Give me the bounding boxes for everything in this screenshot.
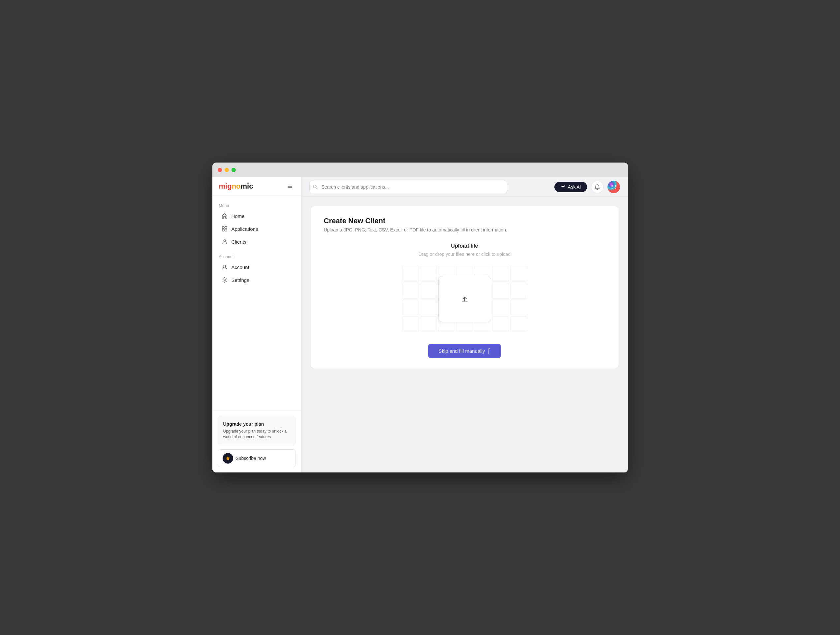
upload-icon	[459, 294, 470, 304]
svg-rect-2	[287, 187, 292, 188]
page-content: Create New Client Upload a JPG, PNG, Tex…	[302, 197, 628, 473]
svg-rect-3	[222, 227, 224, 228]
app-logo: mignomic	[219, 182, 253, 191]
sidebar-item-home[interactable]: Home	[215, 210, 298, 222]
svg-rect-6	[225, 229, 227, 231]
skip-fill-manually-button[interactable]: Skip and fill manually ⎡	[428, 344, 501, 358]
bell-icon	[594, 184, 600, 190]
upload-area-wrapper	[402, 266, 527, 332]
upload-label: Upload file	[451, 243, 478, 249]
ai-sparkle-icon	[561, 184, 565, 189]
create-client-card: Create New Client Upload a JPG, PNG, Tex…	[311, 206, 619, 369]
card-subtitle: Upload a JPG, PNG, Text, CSV, Excel, or …	[324, 227, 606, 232]
ask-ai-button[interactable]: Ask AI	[554, 182, 587, 192]
menu-section-label: Menu	[212, 201, 301, 210]
svg-point-13	[614, 185, 616, 187]
subscribe-icon	[223, 453, 233, 463]
svg-rect-4	[225, 227, 227, 228]
upload-section: Upload file Drag or drop your files here…	[324, 243, 606, 358]
account-icon	[222, 264, 227, 270]
close-button[interactable]	[218, 168, 222, 172]
search-input[interactable]	[309, 181, 507, 193]
subscribe-label: Subscribe now	[236, 455, 266, 461]
minimize-button[interactable]	[224, 168, 229, 172]
topbar-actions: Ask AI	[554, 181, 620, 193]
upgrade-card: Upgrade your plan Upgrade your plan toda…	[218, 416, 296, 446]
upload-box[interactable]	[438, 276, 491, 322]
sidebar-item-clients[interactable]: Clients	[215, 235, 298, 248]
upgrade-title: Upgrade your plan	[223, 421, 290, 427]
subscribe-button[interactable]: Subscribe now	[218, 449, 296, 467]
sidebar-bottom: Upgrade your plan Upgrade your plan toda…	[212, 410, 301, 473]
upgrade-description: Upgrade your plan today to unlock a worl…	[223, 429, 290, 440]
card-title: Create New Client	[324, 217, 606, 225]
svg-point-8	[224, 265, 226, 267]
clients-icon	[222, 239, 227, 245]
home-icon	[222, 213, 227, 219]
app-window: mignomic Menu	[212, 162, 628, 473]
main-layout: mignomic Menu	[212, 177, 628, 473]
svg-point-12	[611, 185, 613, 187]
sidebar-toggle-button[interactable]	[285, 182, 295, 191]
sidebar-item-account[interactable]: Account	[215, 261, 298, 273]
clients-label: Clients	[232, 239, 247, 245]
account-section-label: Account	[212, 252, 301, 260]
svg-point-11	[608, 181, 620, 193]
svg-rect-5	[222, 229, 224, 231]
notification-button[interactable]	[591, 181, 603, 193]
sidebar-header: mignomic	[212, 177, 301, 195]
sidebar-nav: Menu Home	[212, 195, 301, 410]
settings-icon	[222, 277, 227, 283]
search-container	[309, 181, 507, 193]
svg-rect-0	[287, 184, 292, 185]
svg-point-9	[224, 279, 225, 281]
sidebar-item-settings[interactable]: Settings	[215, 274, 298, 286]
maximize-button[interactable]	[232, 168, 236, 172]
sidebar-item-applications[interactable]: Applications	[215, 222, 298, 235]
svg-rect-1	[287, 186, 292, 187]
user-avatar[interactable]	[608, 181, 620, 193]
applications-label: Applications	[232, 226, 258, 232]
ask-ai-label: Ask AI	[568, 184, 581, 189]
main-content: Ask AI	[302, 177, 628, 473]
sidebar: mignomic Menu	[212, 177, 302, 473]
svg-point-7	[224, 240, 226, 242]
topbar: Ask AI	[302, 177, 628, 197]
account-label: Account	[232, 265, 249, 270]
settings-label: Settings	[232, 277, 249, 283]
skip-label: Skip and fill manually	[439, 348, 485, 354]
applications-icon	[222, 226, 227, 232]
upload-hint: Drag or drop your files here or click to…	[418, 252, 510, 257]
home-label: Home	[232, 213, 245, 219]
cursor-text-icon: ⎡	[488, 348, 490, 354]
titlebar	[212, 162, 628, 177]
